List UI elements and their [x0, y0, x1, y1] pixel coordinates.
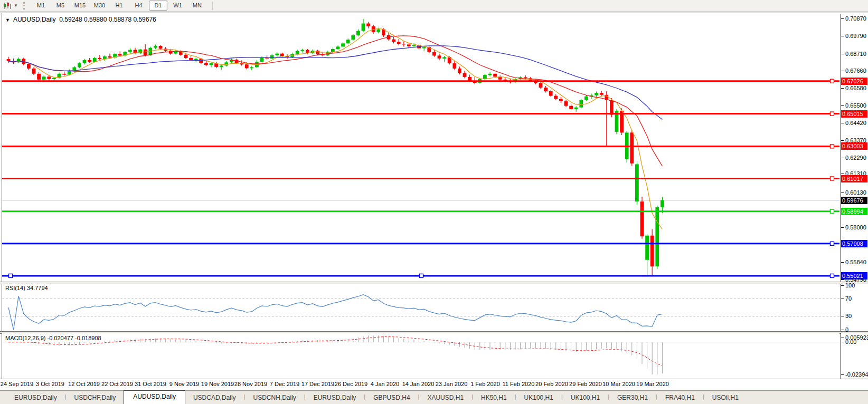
rsi-chart[interactable] [2, 284, 839, 331]
tf-button-M1[interactable]: M1 [32, 1, 50, 11]
price-tick-0.66580: 0.66580 [845, 85, 866, 92]
chart-frame-top [0, 13, 868, 13]
date-label: 4 Jan 2020 [371, 381, 399, 387]
date-label: 20 Feb 2020 [535, 381, 568, 387]
date-label: 23 Jan 2020 [436, 381, 468, 387]
tf-button-M5[interactable]: M5 [51, 1, 70, 11]
hline-price-label-0.58994: 0.58994 [841, 208, 867, 215]
date-label: 7 Dec 2019 [270, 381, 299, 387]
symbol-period-label: AUDUSD,Daily [13, 16, 56, 23]
date-axis[interactable]: 24 Sep 20193 Oct 201912 Oct 201922 Oct 2… [2, 379, 839, 389]
date-label: 24 Sep 2019 [1, 381, 33, 387]
rsi-axis[interactable]: 10070300 [841, 284, 868, 331]
date-label: 1 Feb 2020 [470, 381, 500, 387]
date-label: 11 Feb 2020 [503, 381, 535, 387]
title-dropdown-caret-icon[interactable]: ▼ [5, 17, 10, 23]
date-label: 29 Feb 2020 [569, 381, 602, 387]
horizontal-line-0.63003[interactable] [2, 145, 839, 148]
price-tick-0.68710: 0.68710 [845, 51, 866, 57]
date-label: 22 Oct 2019 [101, 381, 133, 387]
hline-price-label-0.61017: 0.61017 [841, 175, 867, 182]
price-tick-0.67660: 0.67660 [845, 68, 866, 74]
tf-button-M30[interactable]: M30 [90, 1, 109, 11]
trading-terminal: ▼ M1M5M15M30H1H4D1W1MN ▼AUDUSD,Daily 0.5… [0, 0, 868, 404]
chart-tab-USOil-H1[interactable]: USOil,H1 [704, 392, 747, 404]
horizontal-line-0.58994[interactable] [2, 209, 839, 213]
chart-tab-GER30-H1[interactable]: GER30,H1 [609, 392, 656, 404]
date-label: 12 Oct 2019 [68, 381, 100, 387]
chart-tab-bar: EURUSD,Daily|USDCHF,DailyAUDUSD,DailyUSD… [0, 390, 868, 404]
price-tick-0.58000: 0.58000 [845, 224, 866, 231]
macd-tick-zero: 0.00 [845, 339, 856, 345]
macd-histogram [8, 335, 662, 374]
rsi-line [8, 295, 662, 330]
macd-signal-line [8, 337, 662, 366]
price-tick-0.65500: 0.65500 [845, 102, 866, 109]
rsi-tick-70: 70 [845, 295, 852, 302]
chart-tab-EURUSD-Daily[interactable]: EURUSD,Daily [306, 392, 364, 404]
chart-title[interactable]: ▼AUDUSD,Daily 0.59248 0.59880 0.58878 0.… [5, 16, 156, 23]
macd-axis[interactable]: 0.0059230.00-0.023944 [841, 333, 868, 379]
hline-price-label-0.63003: 0.63003 [841, 142, 867, 150]
chart-tab-USDCNH-Daily[interactable]: USDCNH,Daily [245, 392, 304, 404]
date-label: 9 Nov 2019 [169, 381, 199, 387]
chart-tab-GBPUSD-H4[interactable]: GBPUSD,H4 [365, 392, 418, 404]
macd-label: MACD(12,26,9) -0.020477 -0.018908 [5, 335, 101, 341]
rsi-tick-100: 100 [845, 282, 855, 289]
macd-chart[interactable] [2, 333, 839, 379]
chart-tab-XAUUSD-H1[interactable]: XAUUSD,H1 [419, 392, 471, 404]
date-label: 3 Oct 2019 [36, 381, 64, 387]
price-tick-0.64420: 0.64420 [845, 120, 866, 127]
chart-tab-HK50-H1[interactable]: HK50,H1 [473, 392, 515, 404]
chart-tab-AUDUSD-Daily[interactable]: AUDUSD,Daily [124, 390, 185, 404]
horizontal-line-0.55021[interactable] [2, 274, 839, 277]
horizontal-line-0.67026[interactable] [2, 79, 839, 83]
date-label: 14 Jan 2020 [402, 381, 435, 387]
tf-button-MN[interactable]: MN [188, 1, 206, 11]
rsi-tick-30: 30 [845, 313, 852, 320]
price-axis[interactable]: 0.708700.697900.687100.676600.665800.655… [841, 14, 868, 282]
ohlc-readout: 0.59248 0.59880 0.58878 0.59676 [59, 16, 156, 23]
chart-tab-UK100-H1[interactable]: UK100,H1 [563, 392, 608, 404]
date-label: 19 Mar 2020 [636, 381, 669, 387]
chart-tab-EURUSD-Daily[interactable]: EURUSD,Daily [6, 392, 65, 404]
hline-price-label-0.55021: 0.55021 [841, 272, 867, 280]
horizontal-line-0.61017[interactable] [2, 177, 839, 180]
date-label: 31 Oct 2019 [135, 381, 166, 387]
price-chart[interactable] [2, 14, 839, 282]
rsi-tick-0: 0 [845, 326, 848, 333]
tf-button-M15[interactable]: M15 [71, 1, 89, 11]
tf-button-W1[interactable]: W1 [168, 1, 187, 11]
date-label: 28 Nov 2019 [234, 381, 267, 387]
toolbar-grip [23, 2, 26, 9]
date-label: 10 Mar 2020 [602, 381, 635, 387]
toolbar-caret-icon[interactable]: ▼ [14, 3, 18, 8]
price-tick-0.55840: 0.55840 [845, 259, 866, 266]
chart-tab-UK100-H1[interactable]: UK100,H1 [516, 392, 561, 404]
macd-tick-min: -0.023944 [845, 371, 868, 378]
tf-button-H1[interactable]: H1 [110, 1, 128, 11]
price-tick-0.69790: 0.69790 [845, 33, 866, 40]
tf-button-H4[interactable]: H4 [129, 1, 148, 11]
price-tick-0.60130: 0.60130 [845, 189, 866, 196]
chart-tab-USDCHF-Daily[interactable]: USDCHF,Daily [67, 392, 124, 404]
chart-tab-FRA40-H1[interactable]: FRA40,H1 [657, 392, 703, 404]
hline-price-label-0.67026: 0.67026 [841, 78, 867, 85]
chart-tab-USDCAD-Daily[interactable]: USDCAD,Daily [185, 392, 244, 404]
date-label: 19 Nov 2019 [201, 381, 234, 387]
hline-price-label-0.65015: 0.65015 [841, 110, 867, 118]
candlestick-chart-icon[interactable] [3, 2, 13, 10]
rsi-label: RSI(14) 34.7794 [5, 285, 48, 291]
toolbar-separator [212, 2, 213, 10]
date-label: 26 Dec 2019 [335, 381, 367, 387]
horizontal-line-0.65015[interactable] [2, 112, 839, 116]
timeframe-buttons: M1M5M15M30H1H4D1W1MN [31, 1, 207, 11]
price-tick-0.62290: 0.62290 [845, 155, 866, 161]
tf-button-D1[interactable]: D1 [149, 1, 167, 11]
current-price-label: 0.59676 [841, 197, 867, 204]
date-label: 17 Dec 2019 [301, 381, 334, 387]
horizontal-line-0.57008[interactable] [2, 242, 839, 245]
price-tick-0.70870: 0.70870 [845, 15, 866, 22]
hline-price-label-0.57008: 0.57008 [841, 240, 867, 247]
timeframe-toolbar: ▼ M1M5M15M30H1H4D1W1MN [0, 0, 868, 12]
